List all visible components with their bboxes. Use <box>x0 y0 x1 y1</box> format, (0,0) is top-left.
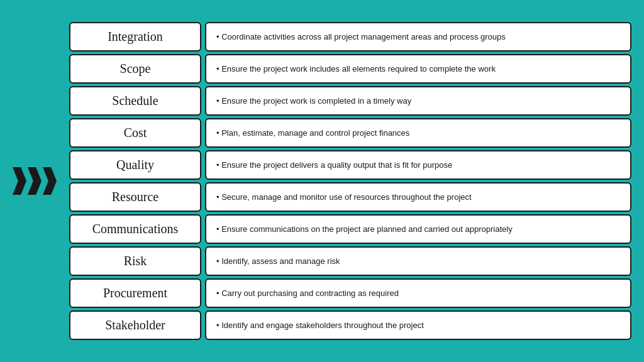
knowledge-area-label: Integration <box>69 22 201 52</box>
description-text: • Ensure communications on the project a… <box>216 224 513 234</box>
chevron-3 <box>43 167 57 195</box>
description-text: • Ensure the project work is completed i… <box>216 96 411 106</box>
knowledge-area-description: • Ensure the project work is completed i… <box>205 86 631 116</box>
table-row: Risk• Identify, assess and manage risk <box>69 246 631 276</box>
knowledge-area-description: • Carry out purchasing and contracting a… <box>205 278 631 308</box>
label-text: Schedule <box>112 94 158 108</box>
chevrons-logo <box>13 167 57 195</box>
table-row: Quality• Ensure the project delivers a q… <box>69 150 631 180</box>
knowledge-area-description: • Ensure the project work includes all e… <box>205 54 631 84</box>
description-text: • Secure, manage and monitor use of reso… <box>216 192 472 202</box>
table-row: Stakeholder• Identify and engage stakeho… <box>69 310 631 340</box>
label-text: Resource <box>112 190 158 204</box>
table-row: Scope• Ensure the project work includes … <box>69 54 631 84</box>
description-text: • Plan, estimate, manage and control pro… <box>216 128 409 138</box>
knowledge-area-label: Communications <box>69 214 201 244</box>
description-text: • Carry out purchasing and contracting a… <box>216 288 399 298</box>
knowledge-areas-table: Integration• Coordinate activities acros… <box>69 0 644 362</box>
description-text: • Identify, assess and manage risk <box>216 256 340 266</box>
table-row: Communications• Ensure communications on… <box>69 214 631 244</box>
description-text: • Coordinate activities across all proje… <box>216 32 506 41</box>
table-row: Cost• Plan, estimate, manage and control… <box>69 118 631 148</box>
knowledge-area-description: • Identify and engage stakeholders throu… <box>205 310 631 340</box>
description-text: • Ensure the project work includes all e… <box>216 64 496 74</box>
knowledge-area-description: • Ensure communications on the project a… <box>205 214 631 244</box>
label-text: Scope <box>120 62 151 76</box>
knowledge-area-label: Schedule <box>69 86 201 116</box>
knowledge-area-description: • Coordinate activities across all proje… <box>205 22 631 52</box>
label-text: Quality <box>116 158 154 172</box>
label-text: Risk <box>124 254 147 268</box>
knowledge-area-label: Resource <box>69 182 201 212</box>
knowledge-area-label: Quality <box>69 150 201 180</box>
table-row: Integration• Coordinate activities acros… <box>69 22 631 52</box>
description-text: • Ensure the project delivers a quality … <box>216 160 452 170</box>
knowledge-area-description: • Ensure the project delivers a quality … <box>205 150 631 180</box>
knowledge-area-label: Procurement <box>69 278 201 308</box>
description-text: • Identify and engage stakeholders throu… <box>216 321 424 330</box>
label-text: Procurement <box>103 286 167 300</box>
label-text: Communications <box>92 222 179 236</box>
knowledge-area-description: • Plan, estimate, manage and control pro… <box>205 118 631 148</box>
knowledge-area-label: Risk <box>69 246 201 276</box>
chevron-1 <box>13 167 26 195</box>
label-text: Cost <box>124 126 147 140</box>
table-row: Procurement• Carry out purchasing and co… <box>69 278 631 308</box>
label-text: Stakeholder <box>105 318 165 332</box>
label-text: Integration <box>108 30 163 44</box>
table-row: Resource• Secure, manage and monitor use… <box>69 182 631 212</box>
knowledge-area-description: • Identify, assess and manage risk <box>205 246 631 276</box>
knowledge-area-label: Scope <box>69 54 201 84</box>
logo-area <box>0 0 69 362</box>
knowledge-area-label: Stakeholder <box>69 310 201 340</box>
knowledge-area-label: Cost <box>69 118 201 148</box>
table-row: Schedule• Ensure the project work is com… <box>69 86 631 116</box>
knowledge-area-description: • Secure, manage and monitor use of reso… <box>205 182 631 212</box>
chevron-2 <box>28 167 42 195</box>
